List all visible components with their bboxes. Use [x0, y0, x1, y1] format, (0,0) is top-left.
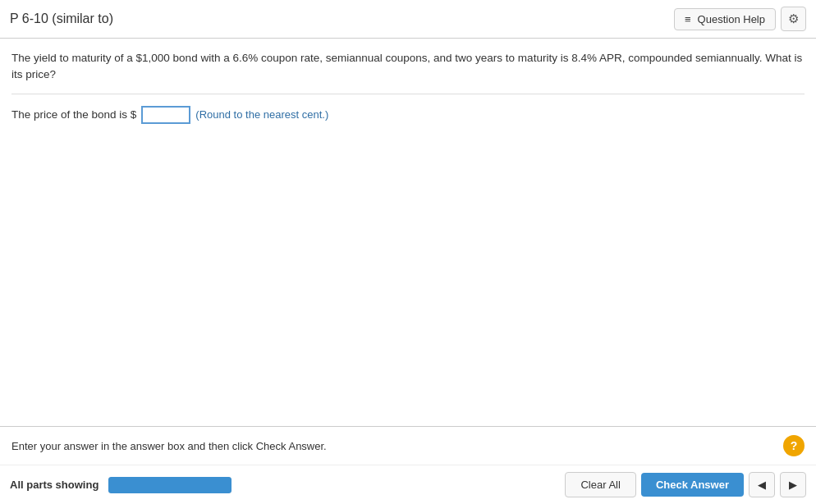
footer-hint-row: Enter your answer in the answer box and …: [0, 427, 816, 465]
check-answer-button[interactable]: Check Answer: [641, 473, 744, 497]
question-text: The yield to maturity of a $1,000 bond w…: [11, 50, 805, 94]
main-content: The yield to maturity of a $1,000 bond w…: [0, 39, 816, 426]
clear-all-button[interactable]: Clear All: [565, 472, 635, 497]
progress-bar-container: [108, 477, 232, 493]
app-header: P 6-10 (similar to) ≡ Question Help ⚙: [0, 0, 816, 39]
list-icon: ≡: [685, 13, 691, 25]
clear-all-label: Clear All: [580, 479, 620, 491]
help-circle-button[interactable]: ?: [783, 435, 805, 456]
page-title: P 6-10 (similar to): [10, 11, 113, 26]
check-answer-label: Check Answer: [656, 479, 729, 491]
answer-input[interactable]: [141, 106, 190, 124]
footer-right: Clear All Check Answer ◀ ▶: [565, 472, 806, 497]
nav-next-button[interactable]: ▶: [780, 472, 806, 497]
settings-button[interactable]: ⚙: [781, 7, 806, 31]
nav-prev-button[interactable]: ◀: [749, 472, 775, 497]
nav-next-icon: ▶: [789, 479, 797, 491]
answer-prefix: The price of the bond is $: [11, 108, 136, 121]
footer-bottom-row: All parts showing Clear All Check Answer…: [0, 465, 816, 504]
help-icon: ?: [791, 439, 798, 452]
progress-bar-fill: [108, 477, 232, 493]
footer: Enter your answer in the answer box and …: [0, 426, 816, 504]
round-note: (Round to the nearest cent.): [195, 108, 328, 121]
question-help-label: Question Help: [698, 13, 765, 25]
all-parts-label: All parts showing: [10, 479, 99, 491]
gear-icon: ⚙: [788, 11, 799, 25]
nav-prev-icon: ◀: [758, 479, 766, 491]
header-actions: ≡ Question Help ⚙: [674, 7, 806, 31]
footer-left: All parts showing: [10, 477, 232, 493]
answer-row: The price of the bond is $ (Round to the…: [11, 106, 805, 124]
hint-text: Enter your answer in the answer box and …: [11, 440, 327, 452]
question-help-button[interactable]: ≡ Question Help: [674, 8, 776, 30]
